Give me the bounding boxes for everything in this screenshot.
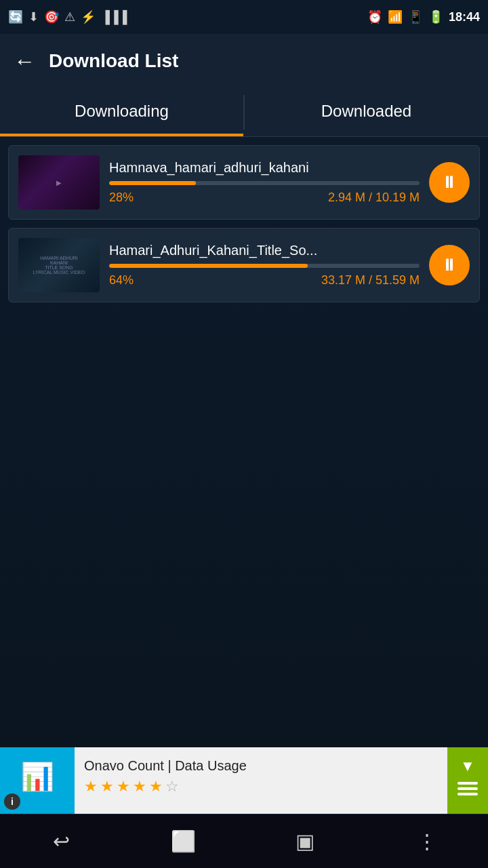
- nav-back-icon: ↩: [53, 829, 70, 853]
- ad-dropdown-arrow-icon: ▼: [460, 757, 475, 775]
- item-2-progress-fill: [109, 264, 308, 268]
- usb-icon: ⚡: [81, 9, 96, 24]
- ad-icon-container: 📊 i: [0, 739, 75, 814]
- item-1-size: 2.94 M / 10.19 M: [328, 191, 420, 205]
- back-button[interactable]: ←: [14, 49, 35, 74]
- header: ← Download List: [0, 34, 488, 88]
- thumbnail-2: HAMARI ADHURIKAHANITITLE SONGLYRICAL MUS…: [18, 238, 100, 292]
- sync-icon: 🔄: [8, 9, 23, 24]
- nav-home-button[interactable]: ⬜: [156, 821, 210, 862]
- item-1-percent: 28%: [109, 191, 134, 205]
- app-icon: 🎯: [44, 9, 59, 24]
- alarm-icon: ⏰: [367, 9, 382, 24]
- star-3: ★: [117, 778, 130, 795]
- item-2-size: 33.17 M / 51.59 M: [321, 273, 420, 288]
- status-bar: 🔄 ⬇ 🎯 ⚠ ⚡ ▐▐▐ ⏰ 📶 📱 🔋 18:44: [0, 0, 488, 34]
- ad-banner: 📊 i Onavo Count | Data Usage ★ ★ ★ ★ ★ ☆…: [0, 739, 488, 814]
- page-title: Download List: [49, 50, 178, 72]
- pause-icon-2: ⏸: [441, 256, 458, 275]
- ad-dropdown-button[interactable]: ▼: [447, 739, 488, 814]
- status-icons-left: 🔄 ⬇ 🎯 ⚠ ⚡ ▐▐▐: [8, 9, 127, 24]
- item-1-stats: 28% 2.94 M / 10.19 M: [109, 191, 420, 205]
- download-item: ▶ Hamnava_hamari_adhuri_kahani 28% 2.94 …: [8, 145, 480, 220]
- tabs-container: Downloading Downloaded: [0, 88, 488, 137]
- star-6: ☆: [165, 778, 179, 795]
- item-1-title: Hamnava_hamari_adhuri_kahani: [109, 160, 420, 176]
- item-2-progress-bar: [109, 264, 420, 268]
- item-1-progress-bar: [109, 181, 420, 185]
- battery-icon: 🔋: [428, 9, 443, 24]
- nav-recents-button[interactable]: ▣: [278, 821, 332, 862]
- bottom-navigation: ↩ ⬜ ▣ ⋮: [0, 814, 488, 868]
- download-icon: ⬇: [28, 9, 39, 24]
- star-1: ★: [84, 778, 98, 795]
- ad-menu-icon: [458, 782, 478, 795]
- nav-recents-icon: ▣: [296, 829, 314, 853]
- ad-title: Onavo Count | Data Usage: [84, 758, 438, 774]
- download-item-2: HAMARI ADHURIKAHANITITLE SONGLYRICAL MUS…: [8, 228, 480, 302]
- ad-info-badge[interactable]: i: [4, 793, 20, 810]
- pause-icon-1: ⏸: [441, 173, 458, 192]
- star-2: ★: [100, 778, 114, 795]
- wifi-icon: 📶: [388, 9, 403, 24]
- item-2-details: Hamari_Adhuri_Kahani_Title_So... 64% 33.…: [109, 243, 420, 288]
- warning-icon: ⚠: [64, 9, 75, 24]
- item-1-details: Hamnava_hamari_adhuri_kahani 28% 2.94 M …: [109, 160, 420, 205]
- tab-downloading[interactable]: Downloading: [0, 88, 243, 136]
- tab-downloaded[interactable]: Downloaded: [245, 88, 488, 136]
- status-time: 18:44: [449, 10, 480, 24]
- ad-app-icon: 📊: [20, 761, 54, 793]
- download-list-content: ▶ Hamnava_hamari_adhuri_kahani 28% 2.94 …: [0, 137, 488, 747]
- ad-content: Onavo Count | Data Usage ★ ★ ★ ★ ★ ☆: [75, 751, 447, 802]
- item-1-progress-fill: [109, 181, 196, 185]
- sim-icon: 📱: [408, 9, 423, 24]
- star-5: ★: [149, 778, 163, 795]
- item-2-stats: 64% 33.17 M / 51.59 M: [109, 273, 420, 288]
- item-2-percent: 64%: [109, 273, 134, 288]
- nav-more-button[interactable]: ⋮: [400, 821, 454, 862]
- thumbnail-1: ▶: [18, 155, 100, 210]
- item-2-title: Hamari_Adhuri_Kahani_Title_So...: [109, 243, 420, 258]
- item-1-pause-button[interactable]: ⏸: [429, 162, 470, 203]
- signal-icon: ▐▐▐: [101, 10, 127, 24]
- item-2-pause-button[interactable]: ⏸: [429, 245, 470, 285]
- nav-back-button[interactable]: ↩: [34, 821, 88, 862]
- star-4: ★: [133, 778, 146, 795]
- ad-stars: ★ ★ ★ ★ ★ ☆: [84, 778, 438, 795]
- nav-more-icon: ⋮: [417, 829, 437, 853]
- status-icons-right: ⏰ 📶 📱 🔋 18:44: [367, 9, 480, 24]
- nav-home-icon: ⬜: [171, 829, 196, 853]
